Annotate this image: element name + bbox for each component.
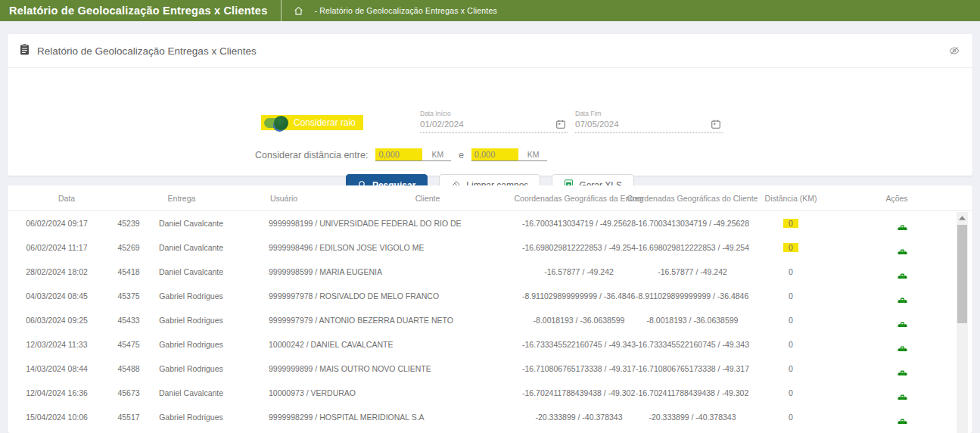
- cell-distancia-value: 0: [789, 267, 793, 276]
- table-row: 06/02/2024 11:17 45269 Daniel Cavalcante…: [8, 235, 972, 260]
- table-row: 12/04/2024 16:36 45673 Daniel Cavalcante…: [8, 381, 972, 405]
- briefcase-icon[interactable]: [897, 418, 908, 424]
- breadcrumb[interactable]: - Relatório de Geolocalização Entregas x…: [314, 6, 497, 15]
- briefcase-icon[interactable]: [897, 394, 908, 400]
- cell-coord-entrega: -8.0018193 / -36.0638599: [522, 316, 636, 325]
- cell-usuario: Gabriel Rodrigues: [151, 413, 231, 422]
- considerar-raio-toggle[interactable]: Considerar raio: [261, 115, 363, 130]
- cell-cliente: 9999998599 / MARIA EUGENIA: [231, 267, 522, 276]
- cell-distancia-value: 0: [789, 340, 793, 349]
- distance-to-field: KM: [471, 148, 547, 161]
- briefcase-icon[interactable]: [897, 369, 908, 375]
- table-row: 14/03/2024 08:44 45488 Gabriel Rodrigues…: [8, 357, 972, 381]
- cell-distancia: 0: [749, 267, 832, 276]
- table-row: 06/03/2024 09:25 45433 Gabriel Rodrigues…: [8, 308, 972, 332]
- cell-acoes: [832, 266, 972, 279]
- data-fim-field[interactable]: Data Fim 07/05/2024: [575, 110, 723, 133]
- cell-coord-cliente: -16.733345522160745 / -49.343476: [636, 340, 749, 349]
- toggle-knob: [274, 116, 288, 130]
- table-row: 12/03/2024 11:33 45475 Gabriel Rodrigues…: [8, 332, 972, 357]
- scrollbar-thumb[interactable]: [957, 225, 967, 323]
- cell-coord-entrega: -16.698029812222853 / -49.2549: [522, 243, 636, 252]
- cell-data: 14/03/2024 08:44: [8, 364, 106, 373]
- panel-title: Relatório de Geolocalização Entregas x C…: [37, 45, 257, 57]
- cell-distancia: 0: [749, 388, 832, 397]
- col-distancia: Distância (KM): [765, 194, 817, 203]
- cell-usuario: Gabriel Rodrigues: [151, 340, 231, 349]
- app-header: Relatório de Geolocalização Entregas x C…: [0, 0, 980, 21]
- filter-panel-header: Relatório de Geolocalização Entregas x C…: [8, 34, 972, 68]
- cell-data: 06/03/2024 09:25: [8, 316, 106, 325]
- cell-distancia-value: 0: [789, 291, 793, 301]
- cell-coord-entrega: -20.333899 / -40.378343: [522, 413, 636, 422]
- cell-data: 12/03/2024 11:33: [8, 340, 106, 349]
- cell-entrega: 45673: [106, 388, 151, 397]
- cell-usuario: Daniel Cavalcante: [151, 388, 231, 397]
- briefcase-icon[interactable]: [897, 321, 908, 327]
- distance-to-input[interactable]: [471, 148, 518, 160]
- cell-entrega: 45517: [106, 413, 151, 422]
- eye-slash-icon[interactable]: [948, 45, 960, 56]
- distance-from-unit: KM: [422, 150, 451, 160]
- cell-distancia: 0: [749, 340, 832, 349]
- table-row: 28/02/2024 18:02 45418 Daniel Cavalcante…: [8, 260, 972, 284]
- data-inicio-value[interactable]: 01/02/2024: [420, 120, 555, 129]
- col-entrega: Entrega: [168, 194, 196, 203]
- cell-distancia-value: 0: [789, 364, 793, 373]
- briefcase-icon[interactable]: [897, 248, 908, 254]
- briefcase-icon[interactable]: [897, 273, 908, 279]
- cell-usuario: Gabriel Rodrigues: [151, 364, 231, 373]
- table-scrollbar[interactable]: [957, 212, 968, 433]
- cell-entrega: 45239: [106, 219, 151, 228]
- cell-coord-cliente: -16.698029812222853 / -49.25490: [636, 243, 749, 252]
- col-cliente: Cliente: [415, 194, 440, 203]
- cell-coord-entrega: -16.710806765173338 / -49.31778: [522, 364, 636, 373]
- briefcase-icon[interactable]: [897, 224, 908, 230]
- col-acoes: Ações: [885, 194, 907, 203]
- cell-distancia: 0: [749, 413, 832, 422]
- home-icon[interactable]: [294, 6, 303, 16]
- cell-acoes: [832, 338, 972, 351]
- cell-entrega: 45269: [106, 243, 151, 252]
- distance-to-unit: KM: [518, 150, 547, 160]
- filter-panel: Relatório de Geolocalização Entregas x C…: [8, 34, 972, 176]
- app-title: Relatório de Geolocalização Entregas x C…: [0, 5, 267, 17]
- cell-data: 12/04/2024 16:36: [8, 388, 106, 397]
- data-fim-value[interactable]: 07/05/2024: [575, 120, 711, 129]
- cell-entrega: 45418: [106, 267, 151, 276]
- cell-distancia: 0: [749, 243, 832, 252]
- col-coord-entrega: Coordenadas Geográficas da Entreg: [514, 194, 643, 203]
- data-inicio-field[interactable]: Data Início 01/02/2024: [420, 110, 568, 133]
- cell-entrega: 45488: [106, 364, 151, 373]
- cell-cliente: 9999997978 / ROSIVALDO DE MELO FRANCO: [231, 291, 522, 301]
- calendar-icon[interactable]: [711, 119, 721, 129]
- col-coord-cliente: Coordenadas Geográficas do Cliente: [627, 194, 758, 203]
- col-data: Data: [58, 194, 75, 203]
- cell-data: 06/02/2024 09:17: [8, 219, 106, 228]
- cell-coord-entrega: -16.733345522160745 / -49.3434: [522, 340, 636, 349]
- filter-body: Considerar raio Data Início 01/02/2024 D…: [8, 68, 972, 175]
- col-usuario: Usuário: [270, 194, 297, 203]
- cell-cliente: 10000242 / DANIEL CAVALCANTE: [231, 340, 522, 349]
- toggle-switch[interactable]: [264, 118, 287, 128]
- cell-usuario: Gabriel Rodrigues: [151, 316, 231, 325]
- table-row: 04/03/2024 08:45 45375 Gabriel Rodrigues…: [8, 284, 972, 308]
- cell-cliente: 9999998299 / HOSPITAL MERIDIONAL S.A: [231, 413, 522, 422]
- cell-acoes: [832, 241, 972, 254]
- briefcase-icon[interactable]: [897, 297, 908, 303]
- cell-distancia-value: 0: [789, 316, 793, 325]
- cell-distancia-value: 0: [783, 219, 798, 228]
- cell-usuario: Daniel Cavalcante: [151, 219, 231, 228]
- cell-entrega: 45375: [106, 291, 151, 301]
- cell-acoes: [832, 290, 972, 303]
- cell-acoes: [832, 217, 972, 230]
- distance-from-field: KM: [375, 148, 451, 161]
- cell-coord-entrega: -8.911029899999999 / -36.48462: [522, 291, 636, 301]
- calendar-icon[interactable]: [555, 119, 566, 129]
- cell-distancia: 0: [749, 364, 832, 373]
- briefcase-icon[interactable]: [897, 345, 908, 351]
- cell-distancia: 0: [749, 219, 832, 228]
- scroll-up-icon[interactable]: [957, 212, 968, 224]
- distance-from-input[interactable]: [375, 148, 422, 160]
- table-header: Data Entrega Usuário Cliente Coordenadas…: [8, 185, 972, 211]
